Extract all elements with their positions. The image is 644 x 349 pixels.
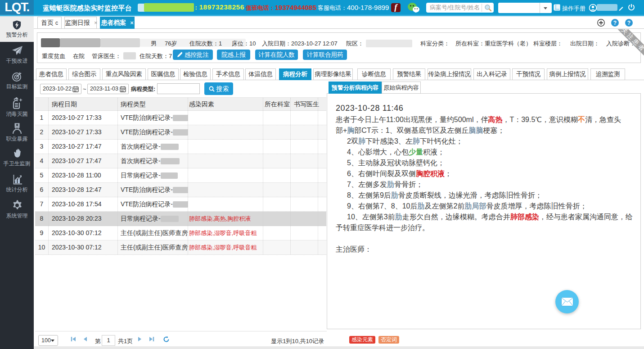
svg-text:?: ? [627,20,630,26]
svg-text:?: ? [613,20,617,26]
